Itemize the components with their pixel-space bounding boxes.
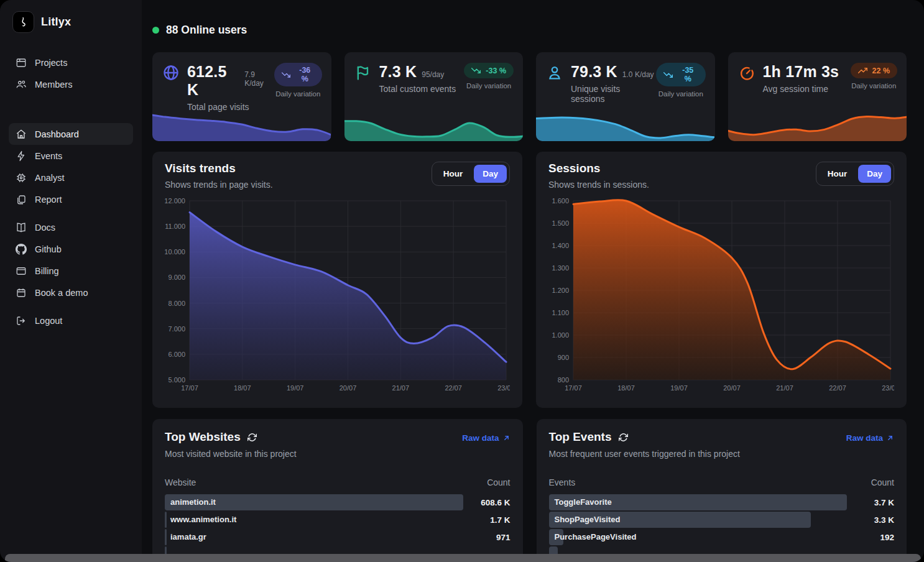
stat-value: 79.3 K	[571, 63, 617, 81]
svg-text:6.000: 6.000	[168, 351, 185, 358]
panel-title: Sessions	[548, 162, 649, 175]
svg-text:1.000: 1.000	[552, 331, 569, 339]
row-label: iamata.gr	[165, 529, 463, 545]
stat-label: Total custom events	[379, 84, 456, 94]
sidebar-item-members[interactable]: Members	[9, 73, 133, 95]
stat-label: Avg session time	[763, 84, 844, 94]
logout-icon	[16, 315, 27, 326]
report-icon	[16, 194, 27, 205]
svg-text:1.200: 1.200	[552, 287, 569, 294]
horizontal-scrollbar[interactable]	[5, 554, 921, 562]
billing-icon	[16, 265, 27, 277]
sidebar-item-billing[interactable]: Billing	[9, 260, 133, 282]
trend-down-icon	[471, 66, 481, 75]
table-title: Top Events	[549, 430, 612, 444]
sidebar-spacer	[9, 303, 133, 310]
chip-icon	[16, 172, 27, 183]
github-icon	[16, 244, 27, 255]
day-button[interactable]: Day	[474, 165, 507, 183]
sidebar-item-projects[interactable]: Projects	[9, 52, 133, 73]
variation-value: -35 %	[678, 66, 698, 83]
svg-text:22/07: 22/07	[829, 384, 846, 392]
members-icon	[16, 79, 27, 90]
raw-data-link[interactable]: Raw data	[462, 433, 510, 443]
stat-value: 1h 17m 3s	[763, 63, 839, 81]
sidebar-item-analyst[interactable]: Analyst	[9, 167, 133, 188]
sidebar-item-label: Book a demo	[35, 288, 88, 298]
row-label: PurchasePageVisited	[549, 529, 848, 545]
stat-value: 7.3 K	[379, 63, 417, 81]
interval-toggle: Hour Day	[816, 162, 894, 186]
row-count: 608.6 K	[463, 498, 511, 507]
tables-row: Top Websites Most visited website in thi…	[152, 419, 907, 562]
svg-text:8.000: 8.000	[168, 300, 185, 307]
top-events-panel: Top Events Most frequent user events tri…	[537, 419, 907, 562]
interval-toggle: Hour Day	[432, 162, 510, 186]
home-icon	[16, 129, 27, 140]
svg-text:11.000: 11.000	[165, 223, 185, 230]
variation-badge: -33 %	[464, 63, 514, 78]
sessions-panel: Sessions Shows trends in sessions. Hour …	[536, 152, 907, 408]
sidebar-item-github[interactable]: Github	[9, 238, 133, 260]
top-websites-panel: Top Websites Most visited website in thi…	[152, 419, 523, 562]
svg-text:22/07: 22/07	[445, 384, 462, 392]
variation-label: Daily variation	[464, 82, 514, 90]
bolt-icon	[16, 150, 27, 162]
panel-subtitle: Shows trends in sessions.	[548, 180, 649, 190]
chart-panels-row: Visits trends Shows trends in page visit…	[152, 152, 907, 408]
hour-button[interactable]: Hour	[435, 165, 472, 183]
sidebar-item-label: Projects	[35, 58, 67, 68]
panel-title: Visits trends	[165, 162, 273, 175]
sessions-chart: 1.6001.5001.4001.3001.2001.1001.00090080…	[548, 197, 894, 394]
refresh-icon[interactable]	[619, 433, 628, 442]
stat-card-unique-visits-sessions: 79.3 K 1.0 K/day Unique visits sessions …	[536, 52, 715, 141]
arrow-up-right-icon	[502, 434, 511, 442]
variation-label: Daily variation	[274, 90, 321, 98]
sidebar: Litlyx Projects Members Dashboard Events…	[0, 0, 142, 562]
svg-text:1.300: 1.300	[552, 264, 569, 272]
variation-badge: 22 %	[851, 63, 898, 78]
sidebar-item-docs[interactable]: Docs	[9, 216, 133, 238]
sidebar-item-label: Events	[35, 151, 62, 161]
day-button[interactable]: Day	[858, 165, 891, 183]
table-row: iamata.gr971	[165, 529, 511, 545]
svg-text:5.000: 5.000	[168, 376, 185, 384]
svg-text:18/07: 18/07	[234, 384, 251, 392]
sidebar-item-label: Docs	[35, 223, 55, 233]
stat-card-total-custom-events: 7.3 K 95/day Total custom events -33 % D…	[344, 52, 524, 141]
refresh-icon[interactable]	[247, 433, 257, 442]
raw-data-link[interactable]: Raw data	[846, 433, 894, 443]
svg-text:10.000: 10.000	[165, 248, 185, 256]
trend-down-icon	[282, 70, 290, 80]
online-users-header: 88 Online users	[152, 22, 907, 37]
main-content: 88 Online users 612.5 K 7.9 K/day	[142, 0, 924, 562]
svg-text:20/07: 20/07	[340, 384, 357, 392]
trend-down-icon	[663, 70, 673, 80]
svg-text:17/07: 17/07	[565, 384, 582, 392]
stat-card-avg-session-time: 1h 17m 3s Avg session time 22 % Daily va…	[728, 52, 907, 141]
hour-button[interactable]: Hour	[819, 165, 856, 183]
table-row: ToggleFavorite3.7 K	[549, 494, 895, 510]
stat-rate: 95/day	[422, 70, 444, 79]
svg-text:12.000: 12.000	[165, 197, 185, 205]
websites-table-body: animetion.it608.6 Kwww.animetion.it1.7 K…	[165, 494, 511, 562]
sidebar-item-label: Billing	[35, 266, 59, 276]
sidebar-item-events[interactable]: Events	[9, 145, 133, 167]
variation-value: 22 %	[872, 67, 890, 75]
sidebar-item-label: Dashboard	[35, 129, 79, 139]
sidebar-item-book-a-demo[interactable]: Book a demo	[9, 282, 133, 303]
column-header: Count	[871, 477, 894, 487]
svg-text:900: 900	[558, 354, 569, 361]
visits-trends-panel: Visits trends Shows trends in page visit…	[152, 152, 522, 408]
table-row: www.animetion.it1.7 K	[165, 512, 511, 528]
sidebar-item-report[interactable]: Report	[9, 188, 133, 210]
brand-name: Litlyx	[41, 16, 71, 29]
arrow-up-right-icon	[886, 434, 894, 442]
raw-data-label: Raw data	[462, 433, 499, 443]
sidebar-item-dashboard[interactable]: Dashboard	[9, 123, 133, 145]
trend-up-icon	[858, 66, 867, 75]
table-subtitle: Most visited website in this project	[165, 449, 297, 459]
sidebar-item-label: Logout	[35, 316, 62, 326]
svg-text:21/07: 21/07	[776, 384, 793, 392]
sidebar-item-logout[interactable]: Logout	[9, 310, 133, 331]
